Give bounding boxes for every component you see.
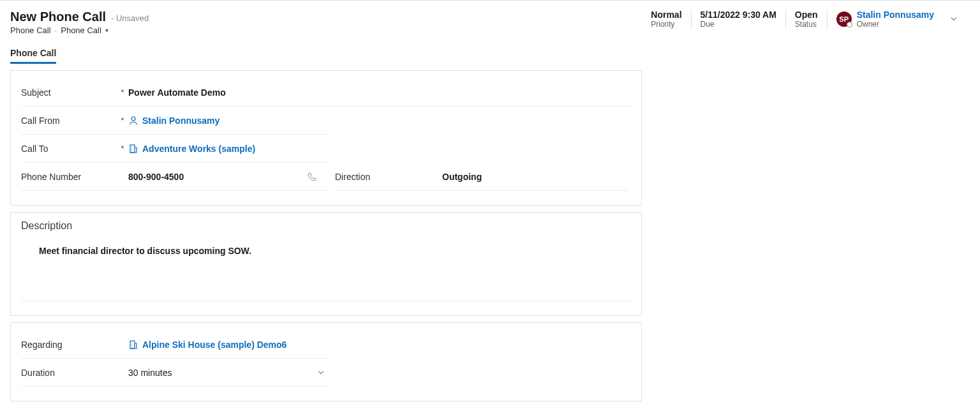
callfrom-lookup[interactable]: Stalin Ponnusamy (128, 116, 219, 126)
breadcrumb-separator: · (55, 26, 57, 35)
opportunity-icon (128, 340, 138, 350)
callfrom-value: Stalin Ponnusamy (142, 116, 219, 126)
presence-icon (847, 22, 852, 27)
priority-label: Priority (651, 20, 681, 29)
person-icon (128, 116, 138, 126)
phone-label: Phone Number (21, 172, 117, 182)
direction-label: Direction (335, 172, 431, 182)
owner-name-link[interactable]: Stalin Ponnusamy (857, 10, 934, 20)
regarding-label: Regarding (21, 340, 117, 350)
page-title: New Phone Call (10, 10, 106, 24)
svg-rect-2 (130, 341, 135, 349)
status-label: Status (795, 20, 818, 29)
breadcrumb: Phone Call · Phone Call ▾ (10, 26, 149, 35)
required-icon: * (117, 144, 128, 153)
callto-label: Call To (21, 144, 117, 154)
subject-label: Subject (21, 87, 117, 98)
priority-value[interactable]: Normal (651, 10, 681, 20)
svg-rect-1 (130, 145, 135, 153)
required-icon: * (117, 87, 128, 97)
direction-value[interactable]: Outgoing (442, 172, 628, 182)
record-summary: Normal Priority 5/11/2022 9:30 AM Due Op… (642, 10, 970, 29)
description-input[interactable]: Meet financial director to discuss upcom… (21, 241, 631, 301)
due-label: Due (701, 20, 776, 29)
callfrom-label: Call From (21, 116, 117, 126)
save-state-label: - Unsaved (111, 13, 149, 23)
chevron-down-icon[interactable]: ▾ (105, 27, 108, 34)
subject-input[interactable]: Power Automate Demo (128, 87, 631, 98)
callto-lookup[interactable]: Adventure Works (sample) (128, 144, 255, 154)
chevron-down-icon (317, 368, 325, 377)
breadcrumb-entity[interactable]: Phone Call (10, 26, 51, 35)
section-additional: Regarding Alpine Ski House (sample) Demo… (10, 322, 642, 401)
status-value[interactable]: Open (795, 10, 818, 20)
owner-label: Owner (857, 20, 934, 29)
phone-icon[interactable] (307, 172, 317, 182)
section-description: Description Meet financial director to d… (10, 212, 642, 316)
breadcrumb-form[interactable]: Phone Call (61, 26, 101, 35)
owner-avatar[interactable]: SP (836, 11, 852, 27)
duration-label: Duration (21, 368, 117, 378)
tab-phone-call[interactable]: Phone Call (10, 44, 56, 64)
regarding-value: Alpine Ski House (sample) Demo6 (142, 340, 286, 350)
required-icon: * (117, 116, 128, 125)
regarding-lookup[interactable]: Alpine Ski House (sample) Demo6 (128, 340, 286, 350)
svg-point-0 (131, 117, 135, 121)
account-icon (128, 144, 138, 154)
section-general: Subject * Power Automate Demo Call From … (10, 70, 642, 206)
duration-value: 30 minutes (128, 368, 172, 378)
duration-select[interactable]: 30 minutes (128, 368, 327, 378)
phone-input[interactable]: 800-900-4500 (128, 172, 302, 182)
callto-value: Adventure Works (sample) (142, 144, 255, 154)
due-value[interactable]: 5/11/2022 9:30 AM (701, 10, 776, 20)
expand-header-button[interactable] (938, 14, 970, 25)
description-heading: Description (21, 220, 631, 232)
